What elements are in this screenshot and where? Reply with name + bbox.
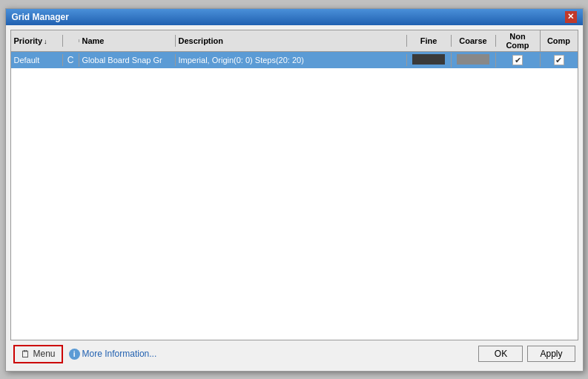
col-priority-header[interactable]: Priority↓: [11, 35, 63, 47]
bottom-left: 🗒 Menu i More Information...: [13, 345, 157, 363]
more-info-link[interactable]: i More Information...: [69, 349, 157, 360]
table-header: Priority↓ Name Description Fine Coarse N…: [11, 30, 578, 52]
main-content: Priority↓ Name Description Fine Coarse N…: [6, 25, 583, 371]
row-icon: C: [63, 53, 79, 67]
row-description: Imperial, Origin(0: 0) Steps(20: 20): [176, 54, 407, 66]
col-name-header[interactable]: Name: [79, 35, 176, 47]
row-noncomp[interactable]: ✔: [496, 53, 541, 67]
bottom-bar: 🗒 Menu i More Information... OK Apply: [10, 340, 578, 366]
row-coarse: [452, 53, 496, 67]
row-priority: Default: [11, 54, 63, 66]
noncomp-checkbox[interactable]: ✔: [512, 55, 523, 65]
col-icon-header: [63, 39, 79, 42]
grid-table: Priority↓ Name Description Fine Coarse N…: [10, 30, 578, 340]
title-bar: Grid Manager ✕: [6, 9, 583, 25]
info-icon: i: [69, 349, 80, 360]
menu-icon: 🗒: [21, 349, 30, 360]
sort-arrow: ↓: [44, 38, 47, 45]
col-fine-header[interactable]: Fine: [407, 35, 452, 47]
table-body-empty: [11, 68, 578, 340]
col-coarse-header[interactable]: Coarse: [452, 35, 496, 47]
window-title: Grid Manager: [12, 12, 69, 22]
close-button[interactable]: ✕: [565, 11, 577, 23]
menu-button[interactable]: 🗒 Menu: [13, 345, 63, 363]
row-comp[interactable]: ✔: [541, 53, 578, 67]
comp-checkbox[interactable]: ✔: [554, 55, 564, 65]
coarse-color-swatch: [457, 54, 489, 65]
grid-manager-window: Grid Manager ✕ Priority↓ Name Descriptio…: [5, 8, 584, 372]
more-info-text: More Information...: [82, 349, 157, 359]
row-name: Global Board Snap Gr: [79, 54, 176, 66]
table-row[interactable]: Default C Global Board Snap Gr Imperial,…: [11, 52, 578, 68]
bottom-right: OK Apply: [478, 346, 575, 362]
menu-label: Menu: [33, 349, 56, 359]
apply-button[interactable]: Apply: [527, 346, 575, 362]
fine-color-swatch: [412, 54, 445, 65]
col-description-header[interactable]: Description: [176, 35, 407, 47]
ok-button[interactable]: OK: [478, 346, 523, 362]
col-noncomp-header[interactable]: Non Comp: [496, 30, 541, 51]
col-comp-header[interactable]: Comp: [541, 35, 578, 47]
row-fine: [407, 53, 452, 67]
